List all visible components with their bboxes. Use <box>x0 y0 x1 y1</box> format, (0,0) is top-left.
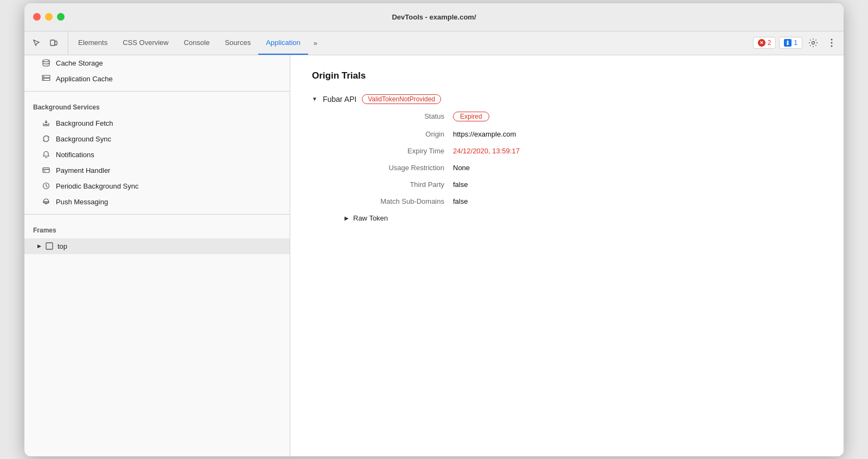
detail-table: Status Expired Origin https://example.co… <box>344 112 822 205</box>
api-header: ▼ Fubar API ValidTokenNotProvided <box>312 94 822 104</box>
svg-point-5 <box>831 39 833 41</box>
devtools-window: DevTools - example.com/ Elements CSS Ove… <box>24 3 844 456</box>
tab-css-overview[interactable]: CSS Overview <box>115 31 176 55</box>
svg-rect-17 <box>46 243 53 249</box>
traffic-lights <box>33 13 65 21</box>
api-token-badge: ValidTokenNotProvided <box>362 94 441 104</box>
background-sync-icon <box>42 135 50 143</box>
third-party-value: false <box>453 180 468 189</box>
usage-row: Usage Restriction None <box>344 164 822 172</box>
tab-console[interactable]: Console <box>176 31 218 55</box>
maximize-button[interactable] <box>57 13 65 21</box>
expiry-row: Expiry Time 24/12/2020, 13:59:17 <box>344 147 822 155</box>
match-subdomains-value: false <box>453 197 468 205</box>
payment-handler-label: Payment Handler <box>56 166 110 174</box>
svg-rect-11 <box>43 76 44 77</box>
payment-handler-icon <box>42 167 50 173</box>
usage-value: None <box>453 164 470 172</box>
svg-rect-2 <box>787 42 789 45</box>
tab-sources[interactable]: Sources <box>217 31 258 55</box>
third-party-label: Third Party <box>344 180 453 189</box>
svg-rect-13 <box>43 168 49 173</box>
settings-icon[interactable] <box>806 35 821 50</box>
sidebar-item-periodic-bg-sync[interactable]: Periodic Background Sync <box>24 178 290 194</box>
error-circle-icon: ✕ <box>758 39 765 47</box>
application-cache-icon <box>42 75 50 82</box>
sidebar-item-frames-top[interactable]: ▶ top <box>24 238 290 254</box>
background-fetch-icon <box>42 119 50 127</box>
svg-rect-0 <box>50 40 55 46</box>
sidebar-item-background-fetch[interactable]: Background Fetch <box>24 115 290 131</box>
info-badge-button[interactable]: 1 <box>779 37 802 49</box>
expiry-label: Expiry Time <box>344 147 453 155</box>
cache-storage-label: Cache Storage <box>56 59 103 67</box>
svg-point-6 <box>831 42 833 44</box>
match-subdomains-row: Match Sub-Domains false <box>344 197 822 205</box>
sidebar-divider-1 <box>24 91 290 92</box>
collapse-chevron-icon[interactable]: ▼ <box>312 96 317 102</box>
svg-rect-1 <box>55 41 57 45</box>
toolbar-icons <box>29 31 68 55</box>
application-cache-label: Application Cache <box>56 75 113 83</box>
push-messaging-label: Push Messaging <box>56 198 108 206</box>
third-party-row: Third Party false <box>344 180 822 189</box>
tabs-overflow-button[interactable]: » <box>308 31 323 55</box>
sidebar-item-cache-storage[interactable]: Cache Storage <box>24 55 290 71</box>
status-label: Status <box>344 112 453 120</box>
sidebar-item-payment-handler[interactable]: Payment Handler <box>24 163 290 178</box>
raw-token-row: ▶ Raw Token <box>344 214 822 222</box>
svg-rect-3 <box>787 41 789 42</box>
svg-rect-14 <box>44 171 46 172</box>
minimize-button[interactable] <box>45 13 53 21</box>
close-button[interactable] <box>33 13 41 21</box>
status-value: Expired <box>453 112 489 121</box>
sidebar-item-push-messaging[interactable]: Push Messaging <box>24 194 290 210</box>
window-title: DevTools - example.com/ <box>392 13 476 21</box>
notifications-icon <box>42 151 50 158</box>
error-count: 2 <box>768 39 771 47</box>
api-section: ▼ Fubar API ValidTokenNotProvided Status… <box>312 94 822 222</box>
background-sync-label: Background Sync <box>56 135 111 143</box>
tab-elements[interactable]: Elements <box>71 31 115 55</box>
status-row: Status Expired <box>344 112 822 121</box>
origin-value: https://example.com <box>453 130 516 138</box>
expiry-value: 24/12/2020, 13:59:17 <box>453 147 520 155</box>
error-badge-button[interactable]: ✕ 2 <box>753 37 776 49</box>
raw-token-label: Raw Token <box>353 214 388 222</box>
svg-rect-12 <box>43 79 44 80</box>
svg-point-4 <box>812 42 815 44</box>
inspect-icon[interactable] <box>29 35 44 50</box>
usage-label: Usage Restriction <box>344 164 453 172</box>
cache-storage-icon <box>42 59 50 67</box>
svg-point-7 <box>831 46 833 47</box>
main-area: Cache Storage Application Cache Backgrou… <box>24 55 844 456</box>
origin-label: Origin <box>344 130 453 138</box>
info-icon <box>784 39 792 47</box>
tab-application[interactable]: Application <box>258 31 308 55</box>
raw-token-expand-icon[interactable]: ▶ <box>344 215 349 221</box>
sidebar-item-application-cache[interactable]: Application Cache <box>24 71 290 87</box>
periodic-bg-sync-icon <box>42 182 50 190</box>
svg-point-8 <box>43 60 49 62</box>
push-messaging-icon <box>42 198 50 205</box>
info-count: 1 <box>794 39 797 47</box>
frames-header: Frames <box>24 219 290 238</box>
content-panel: Origin Trials ▼ Fubar API ValidTokenNotP… <box>290 55 844 456</box>
api-name: Fubar API <box>323 95 356 104</box>
sidebar-item-background-sync[interactable]: Background Sync <box>24 131 290 147</box>
sidebar-item-notifications[interactable]: Notifications <box>24 147 290 163</box>
background-fetch-label: Background Fetch <box>56 119 113 127</box>
frame-icon <box>46 242 53 250</box>
tabs-list: Elements CSS Overview Console Sources Ap… <box>71 31 753 55</box>
background-services-header: Background Services <box>24 96 290 115</box>
page-title: Origin Trials <box>312 70 822 81</box>
sidebar: Cache Storage Application Cache Backgrou… <box>24 55 290 456</box>
device-icon[interactable] <box>46 35 61 50</box>
tabbar: Elements CSS Overview Console Sources Ap… <box>24 31 844 55</box>
expand-icon: ▶ <box>37 243 41 249</box>
periodic-bg-sync-label: Periodic Background Sync <box>56 182 138 190</box>
more-options-icon[interactable] <box>824 35 839 50</box>
frames-top-label: top <box>58 242 67 250</box>
titlebar: DevTools - example.com/ <box>24 3 844 31</box>
tabbar-right: ✕ 2 1 <box>753 31 839 55</box>
